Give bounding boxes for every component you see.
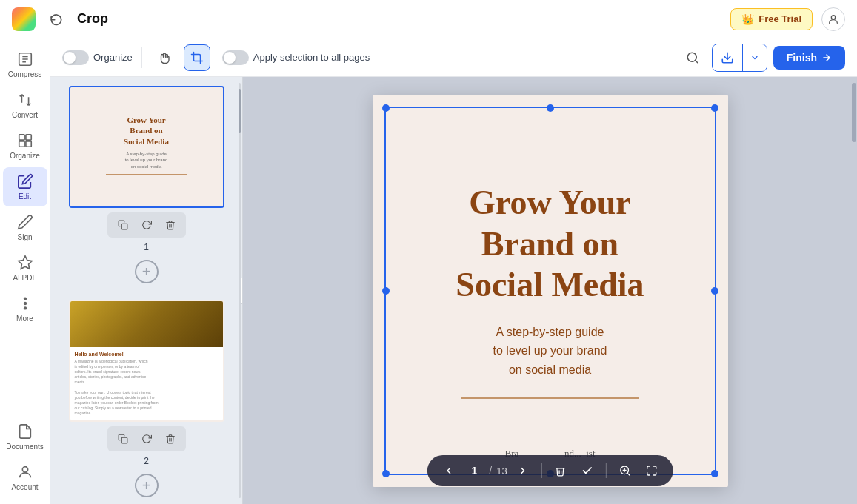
svg-rect-3 [25, 135, 30, 140]
organize-toggle-group: Organize [62, 50, 133, 65]
right-scroll-thumb[interactable] [852, 83, 856, 142]
app-logo [12, 7, 36, 31]
sidebar-item-convert[interactable]: Convert [3, 86, 47, 125]
canvas-content: Grow YourBrand onSocial Media A step-by-… [384, 107, 716, 475]
svg-rect-2 [19, 135, 24, 140]
sidebar-organize-label: Organize [10, 152, 40, 160]
svg-point-10 [22, 467, 27, 472]
download-button[interactable] [713, 44, 742, 71]
svg-marker-6 [18, 256, 31, 269]
canvas-subtitle: A step-by-step guide to level up your br… [493, 323, 607, 380]
pagination-bar: / 13 [427, 455, 673, 486]
content-area: Grow YourBrand onSocial Media A step-by-… [50, 77, 857, 504]
sidebar-sign-label: Sign [17, 233, 32, 241]
crop-tool-button[interactable] [184, 44, 210, 71]
right-scrollbar[interactable] [851, 77, 857, 504]
page-2-thumbnail[interactable]: Hello and Welcome! A magazine is a perio… [69, 300, 224, 422]
download-group [712, 44, 767, 72]
svg-point-8 [24, 303, 26, 305]
sidebar-item-account[interactable]: Account [3, 458, 47, 497]
sidebar-compress-label: Compress [8, 70, 42, 78]
free-trial-label: Free Trial [758, 13, 801, 24]
apply-all-label: Apply selection to all pages [253, 52, 370, 63]
hand-tool-button[interactable] [151, 44, 178, 71]
thumb2-text: A magazine is a periodical publication, … [75, 359, 219, 416]
canvas-subtitle-line1: A step-by-step guide [496, 326, 604, 338]
pag-confirm-button[interactable] [576, 460, 598, 482]
finish-label: Finish [787, 52, 817, 64]
page-canvas: Grow YourBrand onSocial Media A step-by-… [373, 95, 728, 487]
sidebar-item-compress[interactable]: Compress [3, 45, 47, 84]
page-1-thumbnail[interactable]: Grow YourBrand onSocial Media A step-by-… [69, 86, 224, 208]
thumb1-sub: A step-by-step guideto level up your bra… [125, 151, 168, 169]
page-1-delete-button[interactable] [161, 215, 180, 235]
svg-rect-4 [19, 141, 24, 147]
download-chevron-button[interactable] [743, 44, 767, 71]
svg-point-0 [831, 15, 835, 19]
page-2-wrapper: Hello and Welcome! A magazine is a perio… [69, 300, 224, 422]
pages-panel: Grow YourBrand onSocial Media A step-by-… [50, 77, 243, 504]
page-title: Crop [77, 11, 721, 27]
page-1-rotate-button[interactable] [137, 215, 156, 235]
svg-point-9 [24, 307, 26, 309]
page-1-copy-button[interactable] [113, 215, 133, 235]
organize-toggle[interactable] [62, 50, 89, 65]
sidebar-item-organize[interactable]: Organize [3, 127, 47, 166]
add-page-after-1-button[interactable]: + [135, 260, 159, 283]
canvas-area: Grow YourBrand onSocial Media A step-by-… [243, 77, 857, 504]
scroll-thumb[interactable] [239, 89, 241, 133]
finish-button[interactable]: Finish [773, 46, 845, 70]
pag-delete-button[interactable] [550, 460, 572, 482]
sidebar-item-documents[interactable]: Documents [3, 417, 47, 457]
prev-page-button[interactable] [437, 460, 459, 482]
organize-label: Organize [93, 52, 133, 63]
page-1-container: Grow YourBrand onSocial Media A step-by-… [56, 86, 236, 252]
sidebar-item-sign[interactable]: Sign [3, 208, 47, 247]
sidebar-item-more[interactable]: More [3, 289, 47, 329]
search-button[interactable] [679, 44, 706, 71]
page-number-input[interactable] [464, 460, 484, 481]
next-page-button[interactable] [512, 460, 534, 482]
thumb2-hello: Hello and Welcome! [75, 352, 219, 357]
pagination-separator: / [489, 465, 492, 477]
page-2-container: Hello and Welcome! A magazine is a perio… [56, 300, 236, 466]
page-2-actions [107, 426, 186, 451]
sidebar-edit-label: Edit [19, 192, 31, 201]
add-page-after-2-button[interactable]: + [135, 474, 159, 497]
toolbar: Organize Apply selection to all pages [50, 38, 857, 77]
pag-fit-button[interactable] [641, 460, 663, 482]
pag-divider-2 [606, 463, 607, 478]
page-1-actions [107, 212, 186, 238]
canvas-main-title: Grow YourBrand onSocial Media [456, 182, 644, 305]
page-2-delete-button[interactable] [161, 429, 180, 448]
undo-button[interactable] [44, 7, 68, 31]
page-1-wrapper: Grow YourBrand onSocial Media A step-by-… [69, 86, 224, 208]
left-sidebar: Compress Convert Organize Edit Sign AI P… [0, 38, 50, 504]
pagination-total: 13 [496, 466, 507, 477]
svg-rect-14 [121, 437, 127, 443]
canvas-subtitle-line3: on social media [509, 363, 591, 376]
canvas-bottom-line [461, 397, 639, 399]
sidebar-aipdf-label: AI PDF [13, 274, 36, 282]
topbar: Crop 👑 Free Trial [0, 0, 857, 38]
svg-point-7 [24, 298, 26, 300]
canvas-subtitle-line2: to level up your brand [493, 344, 607, 357]
thumb1-line [106, 174, 187, 175]
account-top-button[interactable] [821, 7, 845, 31]
pag-zoom-in-button[interactable] [614, 460, 636, 482]
thumb1-title: Grow YourBrand onSocial Media [124, 115, 169, 147]
page-2-copy-button[interactable] [113, 429, 133, 448]
toolbar-divider-1 [141, 47, 142, 68]
apply-all-toggle-group: Apply selection to all pages [222, 50, 370, 65]
page-2-rotate-button[interactable] [137, 429, 156, 448]
sidebar-account-label: Account [11, 483, 38, 491]
apply-all-toggle[interactable] [222, 50, 249, 65]
svg-rect-5 [25, 141, 30, 147]
sidebar-convert-label: Convert [12, 111, 38, 119]
free-trial-button[interactable]: 👑 Free Trial [730, 8, 813, 30]
page-1-number: 1 [144, 242, 149, 252]
sidebar-item-edit[interactable]: Edit [3, 167, 47, 206]
svg-rect-13 [121, 224, 127, 229]
sidebar-item-aipdf[interactable]: AI PDF [3, 249, 47, 288]
pag-divider-1 [541, 463, 542, 478]
